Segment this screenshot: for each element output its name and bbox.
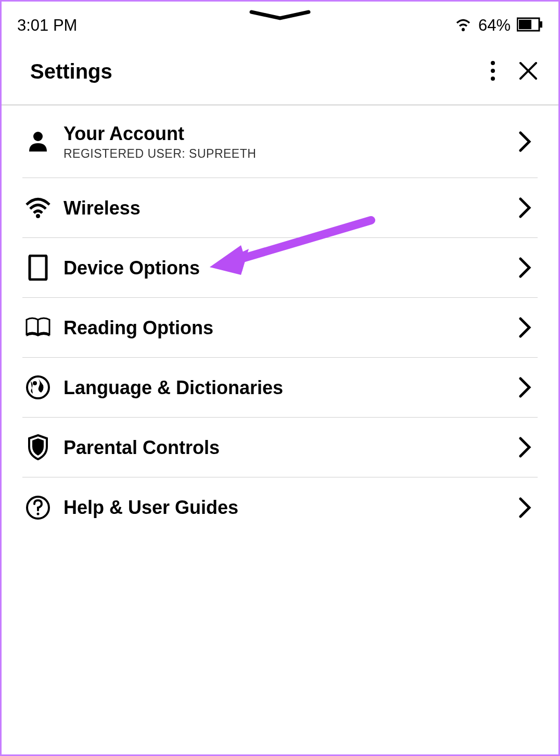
item-title: Language & Dictionaries bbox=[63, 376, 518, 399]
svg-point-13 bbox=[37, 512, 40, 515]
tablet-icon bbox=[25, 255, 51, 281]
more-options-icon[interactable] bbox=[490, 60, 495, 83]
svg-point-7 bbox=[33, 132, 43, 141]
book-icon bbox=[25, 314, 51, 341]
wifi-icon bbox=[25, 195, 51, 221]
chevron-right-icon bbox=[518, 496, 532, 519]
item-title: Wireless bbox=[63, 197, 518, 219]
svg-rect-2 bbox=[519, 20, 531, 29]
svg-point-11 bbox=[33, 381, 37, 385]
wifi-status-icon bbox=[454, 17, 472, 34]
close-icon[interactable] bbox=[519, 61, 538, 82]
item-title: Parental Controls bbox=[63, 436, 518, 459]
settings-item-language-dictionaries[interactable]: Language & Dictionaries bbox=[22, 358, 538, 418]
svg-point-6 bbox=[491, 77, 495, 81]
svg-point-8 bbox=[36, 214, 40, 218]
chevron-right-icon bbox=[518, 256, 532, 279]
chevron-right-icon bbox=[518, 436, 532, 459]
battery-percent: 64% bbox=[478, 16, 511, 35]
status-bar: 3:01 PM 64% bbox=[2, 2, 558, 39]
item-title: Help & User Guides bbox=[63, 496, 518, 519]
chevron-right-icon bbox=[518, 196, 532, 219]
status-time: 3:01 PM bbox=[17, 16, 77, 35]
chevron-right-icon bbox=[518, 130, 532, 153]
svg-rect-9 bbox=[30, 256, 46, 280]
battery-icon bbox=[517, 17, 543, 34]
settings-header: Settings bbox=[2, 39, 558, 106]
settings-item-your-account[interactable]: Your Account REGISTERED USER: SUPREETH bbox=[22, 106, 538, 178]
settings-list: Your Account REGISTERED USER: SUPREETH W… bbox=[2, 106, 558, 537]
pull-down-handle-icon[interactable] bbox=[249, 10, 311, 23]
person-icon bbox=[25, 129, 51, 155]
settings-item-parental-controls[interactable]: Parental Controls bbox=[22, 418, 538, 477]
svg-point-5 bbox=[491, 69, 495, 73]
item-title: Device Options bbox=[63, 257, 518, 279]
shield-icon bbox=[25, 434, 51, 460]
svg-point-4 bbox=[491, 61, 495, 65]
settings-item-help-user-guides[interactable]: Help & User Guides bbox=[22, 477, 538, 537]
settings-item-wireless[interactable]: Wireless bbox=[22, 178, 538, 238]
chevron-right-icon bbox=[518, 376, 532, 399]
svg-point-0 bbox=[462, 28, 464, 31]
svg-point-10 bbox=[27, 376, 49, 398]
help-icon bbox=[25, 495, 51, 521]
item-title: Your Account bbox=[63, 122, 518, 145]
svg-rect-3 bbox=[540, 21, 542, 28]
item-title: Reading Options bbox=[63, 317, 518, 339]
item-subtitle: REGISTERED USER: SUPREETH bbox=[63, 147, 518, 161]
settings-item-device-options[interactable]: Device Options bbox=[22, 238, 538, 298]
page-title: Settings bbox=[30, 60, 112, 83]
chevron-right-icon bbox=[518, 316, 532, 339]
globe-icon bbox=[25, 374, 51, 400]
settings-item-reading-options[interactable]: Reading Options bbox=[22, 298, 538, 358]
